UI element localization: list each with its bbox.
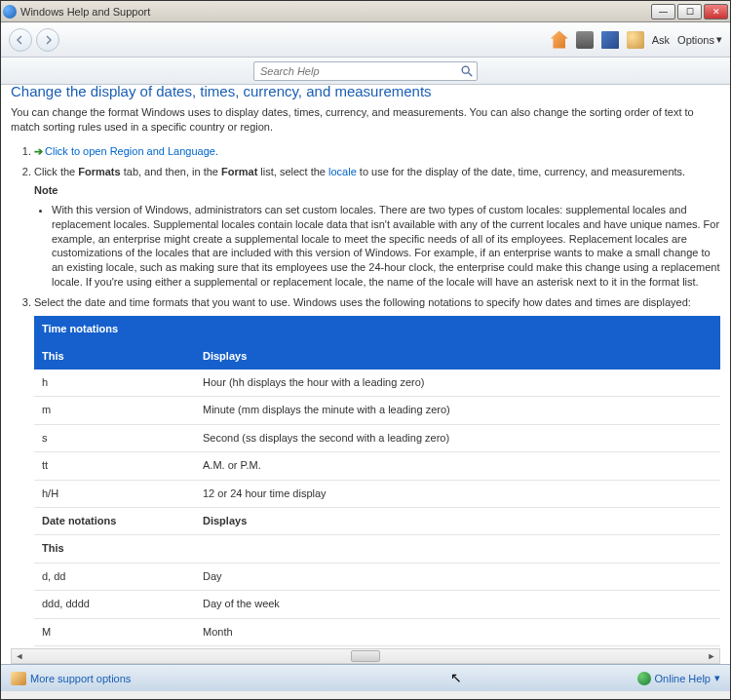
titlebar: Windows Help and Support — ☐ ✕ (1, 1, 730, 22)
open-region-link[interactable]: Click to open Region and Language. (45, 145, 218, 157)
search-icon[interactable] (460, 64, 474, 78)
table-row: h/H12 or 24 hour time display (34, 480, 720, 507)
ask-icon[interactable] (627, 31, 644, 49)
chevron-down-icon: ▾ (716, 33, 722, 46)
more-support-link[interactable]: More support options (11, 672, 131, 685)
options-menu[interactable]: Options▾ (677, 33, 722, 46)
displays-cell: Second (ss displays the second with a le… (195, 424, 720, 451)
notation-cell: s (34, 424, 195, 451)
table-row: sSecond (ss displays the second with a l… (34, 424, 720, 451)
maximize-button[interactable]: ☐ (677, 4, 702, 19)
format-table: Time notations ThisDisplays hHour (hh di… (34, 316, 720, 664)
searchbar (1, 58, 730, 85)
table-row: MMonth (34, 618, 720, 645)
browse-help-icon[interactable] (601, 31, 619, 49)
note-label: Note (34, 183, 720, 198)
page-title: Change the display of dates, times, curr… (11, 85, 720, 105)
note-list: With this version of Windows, administra… (34, 203, 720, 290)
arrow-left-icon (15, 34, 26, 46)
toolbar: Ask Options▾ (1, 22, 730, 58)
svg-point-0 (462, 66, 469, 73)
help-icon (3, 5, 17, 19)
forward-button[interactable] (36, 28, 59, 52)
support-icon (11, 672, 26, 685)
arrow-right-icon (42, 34, 54, 46)
table-row: d, ddDay (34, 563, 720, 590)
notation-cell: ddd, dddd (34, 591, 195, 618)
col-this: This (34, 343, 195, 369)
col-displays-2: Displays (195, 508, 720, 535)
step-2: Click the Formats tab, and then, in the … (34, 165, 720, 290)
search-input[interactable] (253, 61, 478, 81)
table-row: ddd, ddddDay of the week (34, 591, 720, 618)
notation-cell: M (34, 618, 195, 645)
chevron-down-icon: ▾ (714, 672, 720, 684)
minimize-button[interactable]: — (651, 4, 675, 19)
statusbar: More support options Online Help ▾ (1, 664, 730, 691)
window-controls: — ☐ ✕ (651, 4, 728, 19)
scroll-thumb[interactable] (351, 650, 380, 662)
locale-link[interactable]: locale (328, 166, 357, 177)
horizontal-scrollbar[interactable]: ◄ ► (11, 648, 720, 664)
content-area[interactable]: Change the display of dates, times, curr… (1, 85, 730, 664)
notation-cell: d, dd (34, 563, 195, 590)
steps-list: ➔Click to open Region and Language. Clic… (11, 144, 720, 664)
note-bullet: With this version of Windows, administra… (52, 203, 720, 290)
back-button[interactable] (9, 28, 32, 52)
date-notations-header: Date notations (34, 508, 195, 535)
step-1: ➔Click to open Region and Language. (34, 144, 720, 159)
notation-cell: h/H (34, 480, 195, 507)
svg-line-1 (469, 72, 473, 76)
close-button[interactable]: ✕ (704, 4, 728, 19)
col-this-2: This (34, 535, 195, 563)
globe-icon (637, 672, 651, 685)
online-help-menu[interactable]: Online Help ▾ (637, 672, 720, 685)
intro-text: You can change the format Windows uses t… (11, 105, 720, 135)
step-3: Select the date and time formats that yo… (34, 295, 720, 664)
table-row: hHour (hh displays the hour with a leadi… (34, 369, 720, 397)
displays-cell: Hour (hh displays the hour with a leadin… (195, 369, 720, 397)
home-icon[interactable] (551, 31, 568, 49)
scroll-left-button[interactable]: ◄ (12, 649, 27, 663)
displays-cell: Day (195, 563, 720, 590)
notation-cell: h (34, 369, 195, 397)
table-row: mMinute (mm displays the minute with a l… (34, 397, 720, 424)
arrow-icon: ➔ (34, 145, 43, 157)
notation-cell: m (34, 397, 195, 424)
scroll-right-button[interactable]: ► (704, 649, 719, 663)
displays-cell: 12 or 24 hour time display (195, 480, 720, 507)
displays-cell: Day of the week (195, 591, 720, 618)
table-row: ttA.M. or P.M. (34, 452, 720, 480)
ask-link[interactable]: Ask (652, 34, 670, 46)
col-displays: Displays (195, 343, 720, 369)
displays-cell: Minute (mm displays the minute with a le… (195, 397, 720, 424)
notation-cell: tt (34, 452, 195, 480)
displays-cell: Month (195, 618, 720, 645)
displays-cell: A.M. or P.M. (195, 452, 720, 480)
time-notations-header: Time notations (34, 316, 720, 342)
window-title: Windows Help and Support (20, 6, 651, 18)
print-icon[interactable] (576, 31, 594, 49)
